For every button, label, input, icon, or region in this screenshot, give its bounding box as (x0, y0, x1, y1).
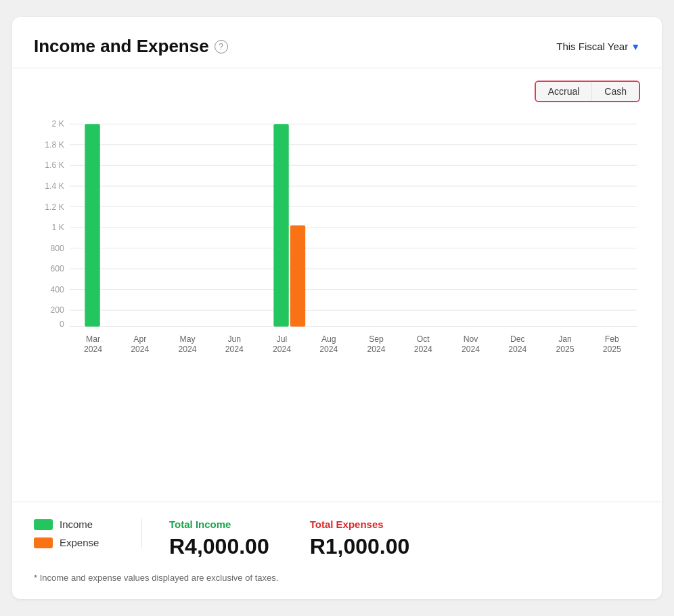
svg-text:2025: 2025 (556, 345, 574, 354)
svg-text:1.6 K: 1.6 K (45, 160, 64, 170)
svg-text:800: 800 (50, 244, 64, 253)
income-swatch (34, 519, 53, 530)
bottom-divider (12, 502, 662, 502)
svg-text:2024: 2024 (508, 345, 526, 354)
svg-text:2024: 2024 (84, 345, 102, 354)
svg-text:Sep: Sep (369, 334, 384, 344)
svg-text:Jul: Jul (277, 334, 288, 344)
total-income-value: R4,000.00 (169, 534, 269, 559)
svg-text:0: 0 (60, 320, 64, 329)
cash-button[interactable]: Cash (592, 82, 639, 101)
svg-text:Mar: Mar (86, 334, 100, 344)
title-area: Income and Expense ? (34, 36, 228, 57)
bar-mar-income (85, 124, 99, 326)
totals-section: Total Income R4,000.00 Total Expenses R1… (142, 519, 409, 559)
svg-text:2024: 2024 (273, 345, 291, 354)
svg-text:400: 400 (50, 285, 64, 294)
chevron-down-icon: ▼ (631, 41, 640, 52)
svg-text:Nov: Nov (464, 334, 479, 344)
legend-totals-section: Income Expense Total Income R4,000.00 To… (34, 519, 640, 559)
svg-text:Aug: Aug (321, 334, 336, 344)
svg-text:2024: 2024 (319, 345, 338, 354)
svg-text:1.2 K: 1.2 K (45, 202, 64, 212)
svg-text:1.4 K: 1.4 K (45, 181, 64, 191)
chart-legend: Income Expense (34, 519, 142, 548)
svg-text:2024: 2024 (367, 345, 385, 354)
card-header: Income and Expense ? This Fiscal Year ▼ (34, 36, 640, 57)
total-expense-block: Total Expenses R1,000.00 (310, 519, 410, 559)
help-icon[interactable]: ? (215, 40, 228, 53)
bar-jul-income (273, 124, 288, 326)
svg-text:Jun: Jun (227, 334, 241, 344)
svg-text:2024: 2024 (225, 345, 244, 354)
svg-text:May: May (180, 334, 196, 344)
svg-text:1.8 K: 1.8 K (45, 140, 64, 150)
svg-text:Apr: Apr (133, 334, 146, 344)
svg-text:Jan: Jan (558, 334, 572, 344)
total-expense-label: Total Expenses (310, 519, 410, 530)
income-legend-label: Income (60, 519, 93, 530)
legend-expense: Expense (34, 537, 120, 548)
total-expense-value: R1,000.00 (310, 534, 410, 559)
svg-text:2 K: 2 K (51, 119, 64, 129)
svg-text:2024: 2024 (414, 345, 432, 354)
svg-text:Dec: Dec (510, 334, 525, 344)
chart-area: 2 K 1.8 K 1.6 K 1.4 K 1.2 K 1 K 800 600 … (34, 114, 640, 488)
svg-text:2025: 2025 (603, 345, 621, 354)
accrual-cash-toggle: Accrual Cash (535, 81, 640, 102)
svg-text:2024: 2024 (462, 345, 480, 354)
total-income-block: Total Income R4,000.00 (169, 519, 269, 559)
footnote: * Income and expense values displayed ar… (34, 573, 640, 583)
svg-text:2024: 2024 (131, 345, 149, 354)
bar-jul-expense (290, 225, 305, 327)
svg-text:Feb: Feb (605, 334, 619, 344)
card-title: Income and Expense (34, 36, 209, 57)
expense-swatch (34, 537, 53, 548)
svg-text:600: 600 (50, 264, 64, 273)
fiscal-year-button[interactable]: This Fiscal Year ▼ (556, 41, 640, 52)
toggle-row: Accrual Cash (34, 81, 640, 102)
svg-text:200: 200 (50, 305, 64, 315)
accrual-button[interactable]: Accrual (536, 82, 593, 101)
expense-legend-label: Expense (60, 537, 99, 548)
svg-text:Oct: Oct (417, 334, 430, 344)
legend-income: Income (34, 519, 120, 530)
svg-text:1 K: 1 K (51, 223, 64, 232)
svg-text:2024: 2024 (178, 345, 196, 354)
income-expense-card: Income and Expense ? This Fiscal Year ▼ … (12, 17, 662, 599)
header-divider (12, 68, 662, 68)
bar-chart: 2 K 1.8 K 1.6 K 1.4 K 1.2 K 1 K 800 600 … (34, 114, 640, 363)
total-income-label: Total Income (169, 519, 269, 530)
